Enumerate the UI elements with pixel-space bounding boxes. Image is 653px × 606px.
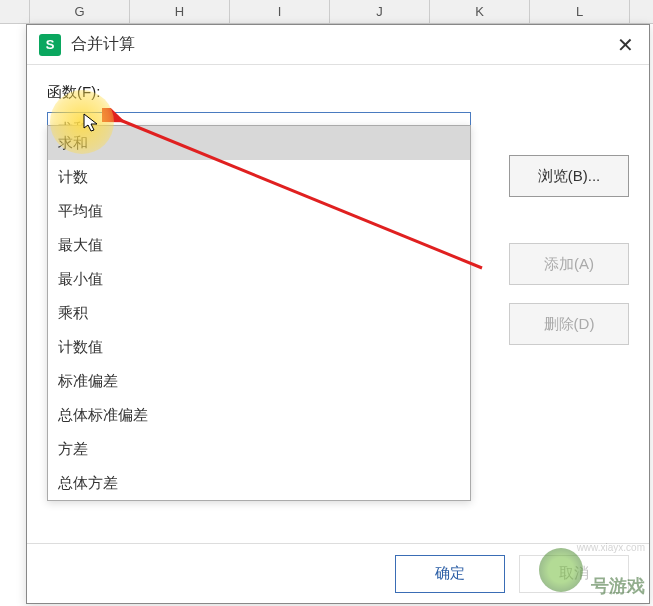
app-icon: S — [39, 34, 61, 56]
col-header-h[interactable]: H — [130, 0, 230, 23]
right-button-group: 浏览(B)... 添加(A) 删除(D) — [509, 155, 629, 345]
function-dropdown[interactable]: 求和 计数 平均值 最大值 最小值 乘积 计数值 标准偏差 总体标准偏差 方差 … — [47, 125, 471, 501]
dropdown-option-product[interactable]: 乘积 — [48, 296, 470, 330]
col-header-i[interactable]: I — [230, 0, 330, 23]
dropdown-option-countnums[interactable]: 计数值 — [48, 330, 470, 364]
consolidate-dialog: S 合并计算 ✕ 函数(F): 求和 ▼ 求和 计数 平均值 最大值 最小值 乘… — [26, 24, 650, 604]
delete-button[interactable]: 删除(D) — [509, 303, 629, 345]
dropdown-option-avg[interactable]: 平均值 — [48, 194, 470, 228]
dropdown-option-var[interactable]: 方差 — [48, 432, 470, 466]
dropdown-option-stddev[interactable]: 标准偏差 — [48, 364, 470, 398]
dropdown-option-stddevp[interactable]: 总体标准偏差 — [48, 398, 470, 432]
dropdown-option-varp[interactable]: 总体方差 — [48, 466, 470, 500]
col-header-j[interactable]: J — [330, 0, 430, 23]
browse-button[interactable]: 浏览(B)... — [509, 155, 629, 197]
dropdown-option-max[interactable]: 最大值 — [48, 228, 470, 262]
dropdown-option-sum[interactable]: 求和 — [48, 126, 470, 160]
dropdown-option-count[interactable]: 计数 — [48, 160, 470, 194]
col-header-l[interactable]: L — [530, 0, 630, 23]
col-header-k[interactable]: K — [430, 0, 530, 23]
dropdown-option-min[interactable]: 最小值 — [48, 262, 470, 296]
title-bar: S 合并计算 ✕ — [27, 25, 649, 65]
ok-button[interactable]: 确定 — [395, 555, 505, 593]
cancel-button[interactable]: 取消 — [519, 555, 629, 593]
col-header-g[interactable]: G — [30, 0, 130, 23]
close-button[interactable]: ✕ — [613, 33, 637, 57]
dialog-footer: 确定 取消 — [27, 543, 649, 603]
add-button[interactable]: 添加(A) — [509, 243, 629, 285]
dialog-title: 合并计算 — [71, 34, 613, 55]
col-header[interactable] — [0, 0, 30, 23]
function-label: 函数(F): — [47, 83, 629, 102]
column-headers: G H I J K L — [0, 0, 653, 24]
